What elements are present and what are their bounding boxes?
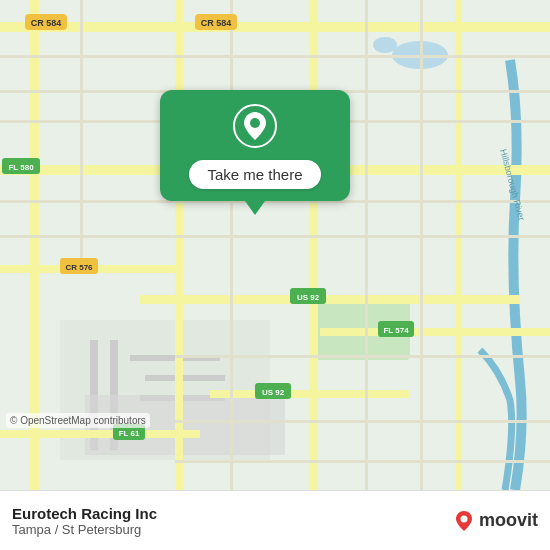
- location-city: Tampa / St Petersburg: [12, 522, 453, 537]
- take-me-there-button[interactable]: Take me there: [189, 160, 320, 189]
- svg-text:FL 574: FL 574: [383, 326, 409, 335]
- location-info: Eurotech Racing Inc Tampa / St Petersbur…: [12, 505, 453, 537]
- svg-rect-32: [365, 0, 368, 490]
- svg-text:CR 584: CR 584: [31, 18, 62, 28]
- svg-text:FL 580: FL 580: [8, 163, 34, 172]
- svg-point-55: [250, 118, 260, 128]
- svg-rect-31: [230, 0, 233, 490]
- map-callout: Take me there: [155, 90, 355, 201]
- svg-rect-33: [420, 0, 423, 490]
- svg-rect-30: [80, 0, 83, 265]
- location-pin-icon: [233, 104, 277, 148]
- svg-point-56: [460, 515, 467, 522]
- svg-rect-19: [175, 0, 183, 490]
- svg-point-53: [373, 37, 397, 53]
- location-name: Eurotech Racing Inc: [12, 505, 453, 522]
- svg-rect-21: [455, 0, 462, 490]
- svg-text:CR 576: CR 576: [65, 263, 93, 272]
- svg-text:CR 584: CR 584: [201, 18, 232, 28]
- svg-text:FL 61: FL 61: [119, 429, 140, 438]
- svg-text:US 92: US 92: [262, 388, 285, 397]
- svg-text:US 92: US 92: [297, 293, 320, 302]
- callout-box: Take me there: [160, 90, 350, 201]
- svg-rect-8: [145, 375, 225, 381]
- svg-rect-14: [140, 295, 520, 304]
- svg-rect-15: [320, 328, 550, 336]
- map-container: CR 584 CR 584 FL 580 FL 580 CR 576 US 92…: [0, 0, 550, 490]
- map-attribution: © OpenStreetMap contributors: [6, 413, 150, 428]
- svg-rect-20: [310, 0, 318, 490]
- moovit-logo-icon: [453, 510, 475, 532]
- moovit-logo: moovit: [453, 510, 538, 532]
- bottom-bar: Eurotech Racing Inc Tampa / St Petersbur…: [0, 490, 550, 550]
- moovit-text: moovit: [479, 510, 538, 531]
